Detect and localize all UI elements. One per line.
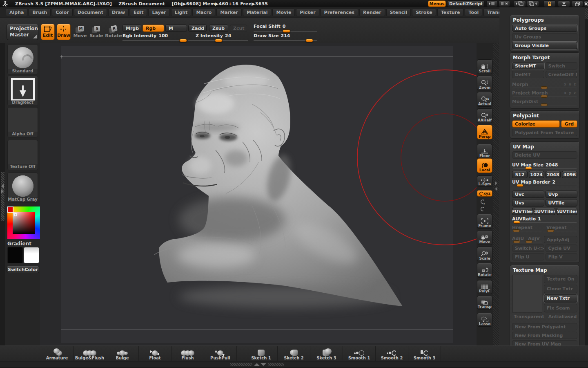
switch-color-button[interactable]: SwitchColor — [7, 266, 39, 273]
frame-button[interactable]: Frame — [477, 214, 492, 229]
stroke-selector[interactable]: DragRect — [7, 76, 38, 106]
tool-smooth-1[interactable]: Smooth 1 — [343, 346, 376, 361]
tool-bulge[interactable]: Bulge — [106, 346, 139, 361]
zcut-button[interactable]: Zcut — [230, 25, 247, 32]
uv-groups-button[interactable]: Uv Groups — [512, 33, 577, 40]
shelf-scrollbar[interactable] — [0, 361, 588, 367]
new-from-polypaint-button[interactable]: New From Polypaint — [512, 323, 577, 330]
material-selector[interactable]: MatCap Gray — [7, 173, 38, 203]
menu-item-edit[interactable]: Edit — [130, 9, 147, 16]
creatediff-button[interactable]: CreateDiff M — [546, 71, 578, 78]
uv-map-border-slider[interactable]: UV Map Border2 — [512, 180, 577, 187]
switch-mt-button[interactable]: Switch — [546, 62, 578, 70]
prev-layout-button[interactable] — [514, 0, 526, 7]
zoom-button[interactable]: Zoom — [477, 76, 492, 90]
close-button[interactable] — [584, 0, 588, 7]
shelf-scroll-up-icon[interactable] — [254, 363, 260, 366]
uv-size-512-button[interactable]: 512 — [512, 171, 528, 178]
menu-item-color[interactable]: Color — [52, 9, 72, 16]
tool-armature[interactable]: Armature — [41, 346, 74, 361]
polypaint-from-texture-button[interactable]: Polypaint From Texture — [512, 129, 577, 136]
mrgb-button[interactable]: Mrgb — [122, 25, 141, 32]
menu-item-movie[interactable]: Movie — [272, 9, 295, 16]
tool-sketch-2[interactable]: Sketch 2 — [278, 346, 310, 361]
shrink-ui-button[interactable] — [486, 0, 498, 7]
rgb-intensity-handle[interactable] — [179, 39, 187, 42]
left-tray-expand-icon[interactable] — [1, 189, 4, 193]
uvs-button[interactable]: Uvs — [512, 199, 544, 206]
group-visible-button[interactable]: Group Visible — [512, 42, 577, 49]
delete-uv-button[interactable]: Delete UV — [512, 151, 577, 159]
polyframe-button[interactable]: PolyF — [477, 280, 492, 294]
storemt-button[interactable]: StoreMT — [512, 62, 544, 70]
flip-u-button[interactable]: Flip U — [512, 253, 544, 260]
menu-item-macro[interactable]: Macro — [192, 9, 215, 16]
next-layout-button[interactable] — [527, 0, 539, 7]
new-from-masking-button[interactable]: New From Masking — [512, 332, 577, 339]
menu-item-render[interactable]: Render — [359, 9, 385, 16]
rotate-z-icon[interactable]: z — [479, 199, 486, 206]
alpha-selector[interactable]: Alpha Off — [7, 107, 38, 137]
tool-smooth-2[interactable]: Smooth 2 — [376, 346, 408, 361]
secondary-color-swatch[interactable] — [24, 247, 39, 263]
main-color-swatch[interactable] — [7, 247, 23, 263]
tool-pushpull[interactable]: PushPull — [204, 346, 237, 361]
menu-item-layer[interactable]: Layer — [148, 9, 169, 16]
color-picker[interactable] — [7, 206, 40, 239]
local-button[interactable]: Local — [477, 158, 492, 173]
uvtile-button[interactable]: UVTile — [546, 199, 578, 206]
scale-button[interactable]: S Scale — [89, 24, 104, 40]
tool-flush[interactable]: Flush — [172, 346, 204, 361]
menu-item-material[interactable]: Material — [243, 9, 271, 16]
lsym-button[interactable]: L.Sym — [477, 175, 492, 187]
menu-item-alpha[interactable]: Alpha — [6, 9, 27, 16]
new-txtr-button[interactable]: New Txtr — [544, 294, 577, 303]
tray-expand-icon[interactable] — [495, 187, 497, 191]
zsub-button[interactable]: Zsub — [209, 25, 228, 32]
menu-item-marker[interactable]: Marker — [216, 9, 242, 16]
actual-button[interactable]: x1 Actual — [477, 92, 492, 107]
grd-button[interactable]: Grd — [561, 120, 577, 128]
uv-size-2048-button[interactable]: 2048 — [546, 171, 561, 178]
tool-sketch-3[interactable]: Sketch 3 — [310, 346, 343, 361]
expand-ui-button[interactable] — [499, 0, 510, 7]
uv-map-size-slider[interactable]: UV Map Size2048 — [512, 162, 577, 170]
uvc-button[interactable]: Uvc — [512, 191, 544, 198]
tray-collapse-icon[interactable] — [495, 181, 497, 185]
adjuv-sliders[interactable]: AdjU AdjV — [512, 236, 543, 243]
scale3d-button[interactable]: Scale — [477, 247, 492, 261]
menus-button[interactable]: Menus — [428, 0, 446, 7]
lock-button[interactable] — [543, 0, 556, 7]
texture-on-button[interactable]: Texture On — [544, 275, 577, 283]
default-zscript-button[interactable]: DefaultZScript — [447, 0, 485, 7]
menu-item-draw[interactable]: Draw — [108, 9, 129, 16]
rotate-button[interactable]: R Rotate — [105, 24, 122, 40]
minimize-button[interactable] — [558, 0, 570, 7]
guvtiles-button[interactable]: GUVTiles — [534, 208, 555, 215]
auvratio-slider[interactable]: AUVRatio1 — [512, 216, 577, 224]
menu-item-light[interactable]: Light — [171, 9, 192, 16]
switch-uv-button[interactable]: Switch U<>V — [512, 245, 544, 252]
move3d-button[interactable]: Move — [477, 230, 492, 245]
rotate-y-icon[interactable] — [479, 206, 486, 213]
document-canvas[interactable] — [40, 43, 477, 346]
menu-item-picker[interactable]: Picker — [296, 9, 319, 16]
tool-bulge-flush[interactable]: Bulge&Flush — [74, 346, 106, 361]
rgb-button[interactable]: Rgb — [143, 25, 164, 32]
focal-shift-slider[interactable]: Focal Shift0 — [254, 24, 317, 33]
colorize-button[interactable]: Colorize — [512, 120, 560, 128]
focal-shift-handle[interactable] — [283, 29, 290, 33]
menu-item-stroke[interactable]: Stroke — [412, 9, 436, 16]
left-tray-collapse-icon[interactable] — [1, 184, 4, 188]
auvtiles-button[interactable]: AUVTiles — [557, 208, 577, 215]
vrepeat-slider[interactable]: Vrepeat — [546, 225, 577, 232]
scroll-button[interactable]: Scroll — [477, 59, 492, 74]
clone-txtr-button[interactable]: Clone Txtr — [544, 285, 577, 293]
floor-button[interactable]: Floor — [477, 144, 492, 159]
puvtiles-button[interactable]: PUVTiles — [512, 208, 533, 215]
tool-smooth-3[interactable]: Smooth 3 — [408, 346, 441, 361]
cycle-uv-button[interactable]: Cycle UV — [546, 245, 578, 252]
uv-size-1024-button[interactable]: 1024 — [529, 171, 544, 178]
transp-button[interactable]: Transp — [477, 296, 492, 310]
draw-button[interactable]: Draw — [57, 24, 71, 40]
